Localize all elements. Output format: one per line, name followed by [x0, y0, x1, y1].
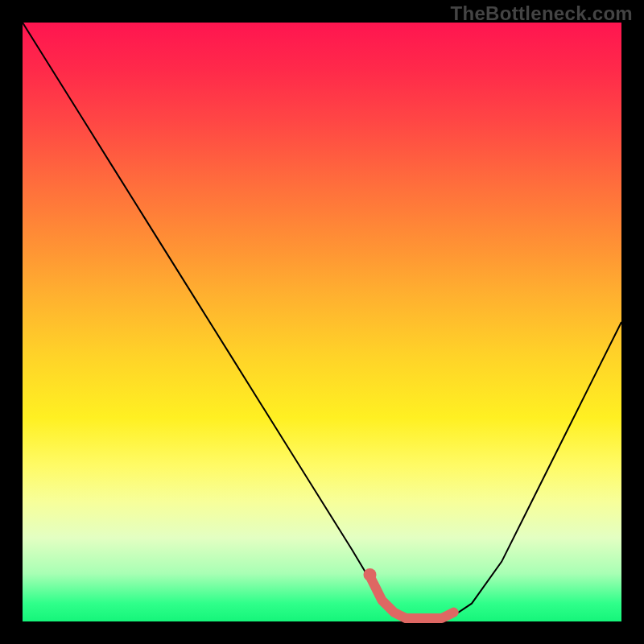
optimal-start-dot [364, 568, 377, 581]
bottleneck-curve [23, 23, 621, 621]
plot-area [23, 23, 621, 621]
chart-frame: TheBottleneck.com [0, 0, 644, 644]
optimal-range-marker [370, 576, 454, 618]
watermark-text: TheBottleneck.com [451, 2, 633, 25]
chart-svg [23, 23, 621, 621]
